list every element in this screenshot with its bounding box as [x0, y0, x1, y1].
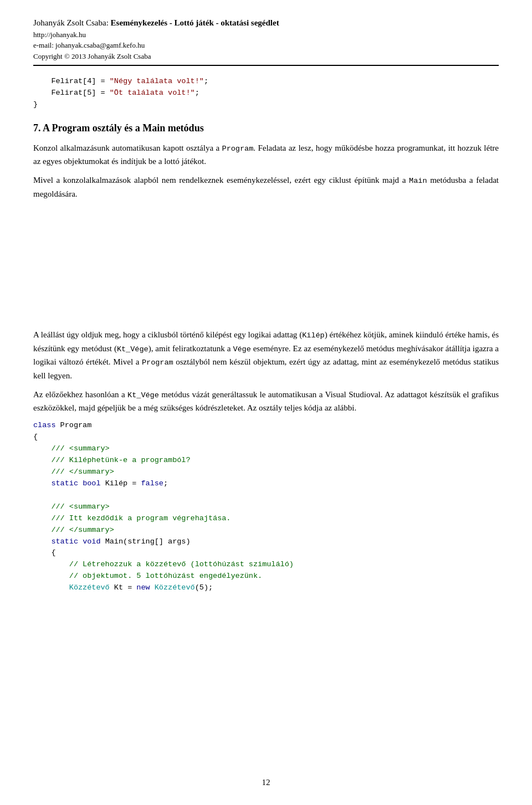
code-block-top: Felirat[4] = "Négy találata volt!"; Feli…: [33, 76, 499, 111]
code-main-line-4: /// Kiléphetünk-e a programból?: [33, 455, 499, 466]
section-7-heading: 7. A Program osztály és a Main metódus: [33, 121, 499, 136]
para3-after: ), amit feliratkoztatunk a: [149, 344, 233, 353]
code-main-line-8: /// Itt kezdődik a program végrehajtása.: [33, 513, 499, 525]
code-main-line-10: static void Main(string[] args): [33, 536, 499, 548]
author-name: Johanyák Zsolt Csaba: [33, 18, 106, 27]
para3-code3: Vége: [233, 345, 250, 353]
para1-before: Konzol alkalmazásunk automatikusan kapot…: [33, 143, 222, 152]
spacing-block: [33, 206, 499, 328]
code-main-line-7: /// <summary>: [33, 501, 499, 513]
document-title: Eseménykezelés - Lottó játék - oktatási …: [111, 18, 279, 27]
para1-code: Program: [222, 145, 254, 153]
code-line-3: }: [33, 99, 499, 111]
page-number: 12: [0, 776, 532, 789]
code-main-line-11: {: [33, 547, 499, 559]
header-website: http://johanyak.hu: [33, 29, 499, 40]
code-main-line-14: Közzétevő Kt = new Közzétevő(5);: [33, 582, 499, 594]
code-main-line-6: static bool Kilép = false;: [33, 478, 499, 490]
code-main-line-12: // Létrehozzuk a közzétevő (lottóhúzást …: [33, 559, 499, 571]
header-copyright: Copyright © 2013 Johanyák Zsolt Csaba: [33, 51, 499, 62]
section-7-para2: Mivel a konzolalkalmazások alapból nem r…: [33, 173, 499, 201]
code-main-line-blank: [33, 490, 499, 501]
page-header: Johanyák Zsolt Csaba: Eseménykezelés - L…: [33, 17, 499, 66]
para3-code4: Program: [142, 358, 173, 367]
para2-code: Main: [409, 177, 427, 185]
code-main-line-1: class Program: [33, 420, 499, 432]
para3-code1: Kilép: [302, 331, 325, 340]
para4-code: Kt_Vége: [127, 391, 159, 399]
code-block-main: class Program { /// <summary> /// Kiléph…: [33, 420, 499, 594]
code-line-2: Felirat[5] = "Öt találata volt!";: [33, 88, 499, 99]
para3-code2: Kt_Vége: [117, 345, 149, 353]
header-title: Johanyák Zsolt Csaba: Eseménykezelés - L…: [33, 17, 499, 29]
code-main-line-13: // objektumot. 5 lottóhúzást engedélyezü…: [33, 571, 499, 582]
code-main-line-2: {: [33, 432, 499, 443]
code-main-line-5: /// </summary>: [33, 466, 499, 478]
section-7-para4: Az előzőekhez hasonlóan a Kt_Vége metódu…: [33, 388, 499, 415]
section-7-para3: A leállást úgy oldjuk meg, hogy a ciklus…: [33, 328, 499, 382]
email-address: johanyak.csaba@gamf.kefo.hu: [55, 41, 145, 49]
section-7-para1: Konzol alkalmazásunk automatikusan kapot…: [33, 141, 499, 168]
code-line-1: Felirat[4] = "Négy találata volt!";: [33, 76, 499, 88]
code-main-line-9: /// </summary>: [33, 525, 499, 536]
para2-before: Mivel a konzolalkalmazások alapból nem r…: [33, 176, 409, 184]
header-email: e-mail: johanyak.csaba@gamf.kefo.hu: [33, 40, 499, 51]
page: Johanyák Zsolt Csaba: Eseménykezelés - L…: [0, 0, 532, 635]
code-main-line-3: /// <summary>: [33, 443, 499, 455]
para4-before: Az előzőekhez hasonlóan a: [33, 390, 127, 399]
para3-before: A leállást úgy oldjuk meg, hogy a ciklus…: [33, 330, 302, 339]
email-label: e-mail:: [33, 41, 54, 49]
